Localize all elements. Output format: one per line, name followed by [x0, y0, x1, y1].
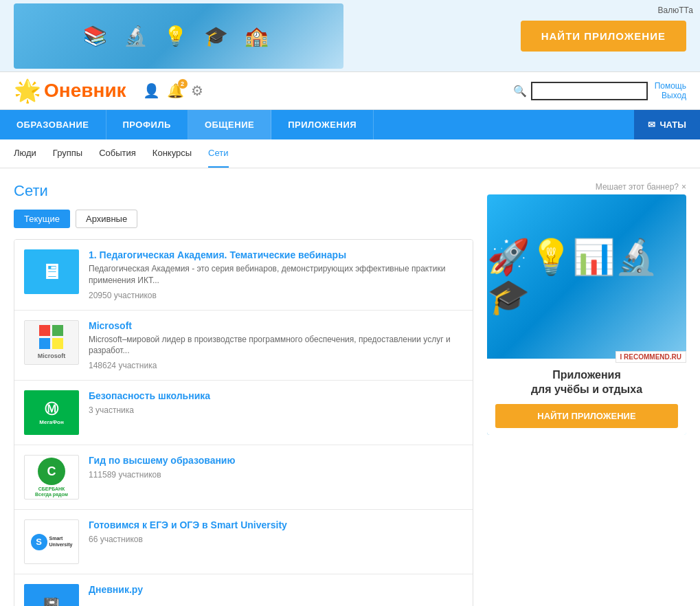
- microsoft-text: Microsoft: [38, 352, 66, 359]
- banner-illustration: [14, 3, 343, 69]
- network-name-3[interactable]: Безопасность школьника: [89, 390, 463, 401]
- page-title: Сети: [14, 182, 473, 200]
- filter-tabs: Текущие Архивные: [14, 210, 473, 228]
- network-name-1[interactable]: 1. Педагогическая Академия. Тематические…: [89, 249, 463, 260]
- ms-red: [39, 325, 50, 336]
- network-item: S SmartUniversity Готовимся к ЕГЭ и ОГЭ …: [14, 510, 473, 574]
- ad-illustration: 🚀💡📊🔬🎓: [487, 194, 686, 359]
- network-info-2: Microsoft Microsoft–мировой лидер в прои…: [89, 320, 463, 371]
- subnav-contests[interactable]: Конкурсы: [153, 139, 192, 168]
- ms-blue: [39, 338, 50, 349]
- network-members-4: 111589 участников: [89, 470, 463, 480]
- notification-badge: 2: [178, 79, 188, 89]
- network-info-3: Безопасность школьника 3 участника: [89, 390, 463, 415]
- ad-title: Приложения для учёбы и отдыха: [495, 368, 678, 397]
- nav-communication[interactable]: ОБЩЕНИЕ: [188, 110, 271, 139]
- ad-find-button[interactable]: НАЙТИ ПРИЛОЖЕНИЕ: [495, 404, 678, 428]
- subnav-people[interactable]: Люди: [14, 139, 36, 168]
- network-item: Microsoft Microsoft Microsoft–мировой ли…: [14, 311, 473, 381]
- dismiss-text: Мешает этот баннер?: [596, 182, 679, 192]
- network-info-1: 1. Педагогическая Академия. Тематические…: [89, 249, 463, 300]
- search-icon: 🔍: [513, 85, 527, 98]
- microsoft-logo: [39, 325, 64, 350]
- sub-nav: Люди Группы События Конкурсы Сети: [0, 139, 700, 168]
- chats-label: ЧАТЫ: [659, 120, 686, 130]
- logo-icon: 🌟: [14, 78, 41, 104]
- user-icon[interactable]: 👤: [143, 82, 160, 99]
- nav-applications[interactable]: ПРИЛОЖЕНИЯ: [271, 110, 374, 139]
- network-members-2: 148624 участника: [89, 361, 463, 370]
- filter-tab-archive[interactable]: Архивные: [76, 210, 137, 228]
- logo-area: 🌟 Оневник 👤 🔔 2 ⚙: [14, 78, 203, 104]
- exit-link[interactable]: Выход: [662, 91, 686, 100]
- ad-banner-dismiss: Мешает этот баннер? ×: [487, 182, 686, 192]
- ad-text-area: Приложения для учёбы и отдыха НАЙТИ ПРИЛ…: [487, 359, 686, 435]
- smart-logo: S SmartUniversity: [27, 530, 76, 554]
- left-section: Сети Текущие Архивные 🖥 1. Педагогическа…: [14, 182, 473, 606]
- banner-find-button[interactable]: НАЙТИ ПРИЛОЖЕНИЕ: [521, 21, 686, 52]
- dnevnik-icon: 📓: [41, 597, 62, 606]
- help-link[interactable]: Помощь: [655, 81, 686, 91]
- dismiss-x[interactable]: ×: [681, 182, 686, 192]
- network-logo-2: Microsoft: [24, 320, 79, 365]
- header: 🌟 Оневник 👤 🔔 2 ⚙ 🔍 Помощь Выход: [0, 72, 700, 110]
- navbar: ОБРАЗОВАНИЕ ПРОФИЛЬ ОБЩЕНИЕ ПРИЛОЖЕНИЯ ✉…: [0, 110, 700, 139]
- network-desc-2: Microsoft–мировой лидер в производстве п…: [89, 334, 463, 357]
- settings-icon[interactable]: ⚙: [191, 82, 203, 99]
- nav-profile[interactable]: ПРОФИЛЬ: [106, 110, 188, 139]
- megafon-icon: Ⓜ: [45, 400, 58, 418]
- subnav-groups[interactable]: Группы: [53, 139, 82, 168]
- search-input[interactable]: [531, 82, 648, 100]
- top-banner-user: ВалюТТа: [658, 5, 693, 15]
- top-banner: НАЙТИ ПРИЛОЖЕНИЕ ВалюТТа: [0, 0, 700, 72]
- logo-text: Оневник: [44, 80, 126, 102]
- megafon-text: МегаФон: [39, 420, 63, 426]
- network-members-3: 3 участника: [89, 405, 463, 415]
- network-desc-1: Педагогическая Академия - это серия веби…: [89, 263, 463, 287]
- main-content: Сети Текущие Архивные 🖥 1. Педагогическа…: [0, 168, 700, 606]
- logo[interactable]: 🌟 Оневник: [14, 78, 126, 104]
- smart-s: S: [31, 534, 47, 550]
- network-info-5: Готовимся к ЕГЭ и ОГЭ в Smart University…: [89, 519, 463, 544]
- network-members-1: 20950 участников: [89, 291, 463, 300]
- right-ad: Мешает этот баннер? × 🚀💡📊🔬🎓 Приложения д…: [487, 182, 686, 606]
- network-logo-5: S SmartUniversity: [24, 519, 79, 564]
- logo-prefix: О: [44, 80, 59, 101]
- network-info-4: Гид по высшему образованию 111589 участн…: [89, 455, 463, 480]
- smart-text: SmartUniversity: [49, 536, 73, 548]
- notifications-icon[interactable]: 🔔 2: [167, 82, 184, 99]
- header-icons: 👤 🔔 2 ⚙: [143, 82, 203, 99]
- network-item: С СБЕРБАНКВсегда рядом Гид по высшему об…: [14, 445, 473, 510]
- ms-green: [52, 325, 63, 336]
- network-logo-4: С СБЕРБАНКВсегда рядом: [24, 455, 79, 500]
- subnav-networks[interactable]: Сети: [208, 139, 228, 168]
- network-item: 📓 Дневник.ру: [14, 574, 473, 606]
- network-logo-6: 📓: [24, 584, 79, 606]
- recommend-badge: I RECOMMEND.RU: [616, 351, 686, 363]
- nav-chats[interactable]: ✉ ЧАТЫ: [634, 110, 700, 139]
- search-area: 🔍: [513, 82, 648, 100]
- network-info-6: Дневник.ру: [89, 584, 463, 599]
- chats-icon: ✉: [648, 120, 655, 130]
- header-right: 🔍 Помощь Выход: [513, 81, 686, 100]
- network-item: 🖥 1. Педагогическая Академия. Тематическ…: [14, 240, 473, 311]
- network-name-6[interactable]: Дневник.ру: [89, 584, 463, 595]
- network-logo-1: 🖥: [24, 249, 79, 294]
- network-logo-3: Ⓜ МегаФон: [24, 390, 79, 435]
- network-members-5: 66 участников: [89, 535, 463, 544]
- nav-education[interactable]: ОБРАЗОВАНИЕ: [0, 110, 106, 139]
- ad-visual: 🚀💡📊🔬🎓 Приложения для учёбы и отдыха НАЙТ…: [487, 194, 686, 435]
- network-name-5[interactable]: Готовимся к ЕГЭ и ОГЭ в Smart University: [89, 519, 463, 530]
- sber-circle: С: [38, 458, 65, 485]
- sber-text: СБЕРБАНКВсегда рядом: [35, 486, 68, 497]
- network-list: 🖥 1. Педагогическая Академия. Тематическ…: [14, 239, 473, 606]
- network-name-4[interactable]: Гид по высшему образованию: [89, 455, 463, 466]
- sberbank-logo: С СБЕРБАНКВсегда рядом: [35, 458, 68, 497]
- subnav-events[interactable]: События: [99, 139, 136, 168]
- network-item: Ⓜ МегаФон Безопасность школьника 3 участ…: [14, 381, 473, 445]
- ms-yellow: [52, 338, 63, 349]
- network-name-2[interactable]: Microsoft: [89, 320, 463, 331]
- header-links: Помощь Выход: [655, 81, 686, 100]
- filter-tab-current[interactable]: Текущие: [14, 210, 70, 228]
